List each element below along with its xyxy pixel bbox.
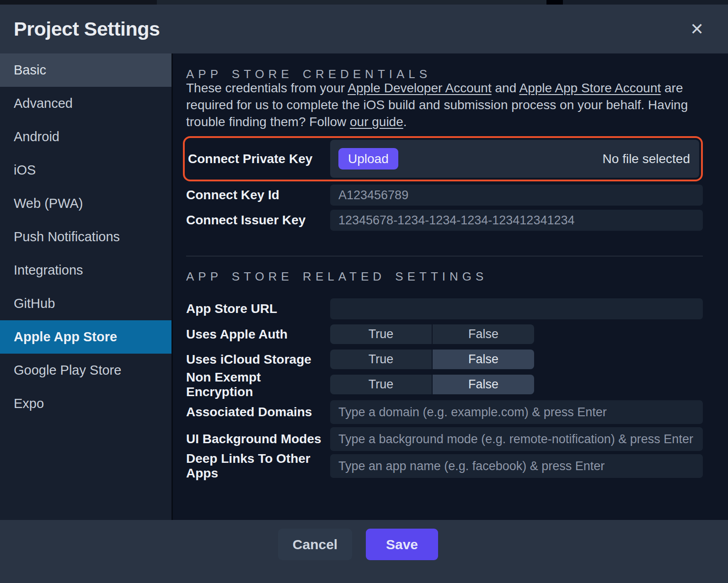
top-strip-segment — [563, 0, 728, 5]
description-text: These credentials from your — [186, 81, 348, 95]
page-title: Project Settings — [14, 18, 160, 40]
uses-apple-auth-row: Uses Apple Auth True False — [186, 324, 703, 344]
our-guide-link[interactable]: our guide — [350, 115, 403, 129]
uses-icloud-storage-false-button[interactable]: False — [433, 350, 534, 369]
non-exempt-encryption-toggle: True False — [330, 375, 534, 394]
non-exempt-encryption-label: Non Exempt Encryption — [186, 370, 330, 399]
non-exempt-encryption-true-button[interactable]: True — [330, 375, 432, 394]
credentials-description: These credentials from your Apple Develo… — [186, 80, 703, 130]
connect-issuer-key-input[interactable] — [330, 210, 703, 231]
cancel-button[interactable]: Cancel — [278, 529, 352, 560]
sidebar-item-android[interactable]: Android — [0, 120, 171, 154]
section-divider — [186, 256, 703, 256]
section-title-related-settings: APP STORE RELATED SETTINGS — [186, 270, 487, 284]
deep-links-row: Deep Links To Other Apps — [186, 454, 703, 478]
deep-links-input[interactable] — [330, 454, 703, 478]
apple-developer-account-link[interactable]: Apple Developer Account — [348, 81, 491, 95]
settings-panel: APP STORE CREDENTIALS These credentials … — [173, 53, 728, 520]
modal-header: Project Settings ✕ — [0, 5, 728, 53]
connect-private-key-row: Connect Private Key Upload No file selec… — [183, 136, 703, 181]
close-icon[interactable]: ✕ — [685, 17, 709, 41]
uses-icloud-storage-row: Uses iCloud Storage True False — [186, 350, 703, 369]
sidebar-item-ios[interactable]: iOS — [0, 154, 171, 187]
sidebar-item-push-notifications[interactable]: Push Notifications — [0, 220, 171, 254]
app-store-url-input[interactable] — [330, 298, 703, 319]
sidebar-item-basic[interactable]: Basic — [0, 53, 171, 87]
upload-button[interactable]: Upload — [338, 148, 398, 170]
save-button[interactable]: Save — [366, 529, 438, 560]
sidebar-item-integrations[interactable]: Integrations — [0, 254, 171, 287]
apple-app-store-account-link[interactable]: Apple App Store Account — [519, 81, 661, 95]
sidebar-item-advanced[interactable]: Advanced — [0, 87, 171, 120]
uses-apple-auth-toggle: True False — [330, 324, 534, 344]
uses-icloud-storage-toggle: True False — [330, 350, 534, 369]
file-status-text: No file selected — [603, 152, 690, 166]
associated-domains-row: Associated Domains — [186, 400, 703, 424]
top-strip-segment — [546, 0, 563, 5]
connect-private-key-label: Connect Private Key — [188, 152, 332, 166]
uses-icloud-storage-label: Uses iCloud Storage — [186, 352, 330, 367]
connect-private-key-field: Upload No file selected — [330, 140, 699, 178]
non-exempt-encryption-row: Non Exempt Encryption True False — [186, 375, 703, 394]
sidebar-item-github[interactable]: GitHub — [0, 287, 171, 320]
connect-issuer-key-label: Connect Issuer Key — [186, 213, 330, 228]
uses-apple-auth-true-button[interactable]: True — [330, 324, 432, 344]
top-strip — [0, 0, 728, 5]
ui-background-modes-label: UI Background Modes — [186, 432, 330, 446]
description-text: and — [492, 81, 519, 95]
connect-issuer-key-row: Connect Issuer Key — [186, 210, 703, 231]
deep-links-label: Deep Links To Other Apps — [186, 451, 330, 481]
associated-domains-label: Associated Domains — [186, 405, 330, 419]
settings-sidebar: Basic Advanced Android iOS Web (PWA) Pus… — [0, 53, 171, 520]
sidebar-item-web-pwa[interactable]: Web (PWA) — [0, 187, 171, 220]
uses-icloud-storage-true-button[interactable]: True — [330, 350, 432, 369]
ui-background-modes-input[interactable] — [330, 427, 703, 451]
top-strip-segment — [157, 0, 546, 5]
modal-footer: Cancel Save — [0, 520, 728, 583]
sidebar-item-google-play-store[interactable]: Google Play Store — [0, 354, 171, 387]
non-exempt-encryption-false-button[interactable]: False — [433, 375, 534, 394]
app-store-url-label: App Store URL — [186, 302, 330, 316]
sidebar-item-apple-app-store[interactable]: Apple App Store — [0, 320, 171, 354]
ui-background-modes-row: UI Background Modes — [186, 427, 703, 451]
modal-body: Basic Advanced Android iOS Web (PWA) Pus… — [0, 53, 728, 520]
associated-domains-input[interactable] — [330, 400, 703, 424]
uses-apple-auth-label: Uses Apple Auth — [186, 327, 330, 342]
connect-key-id-label: Connect Key Id — [186, 188, 330, 202]
uses-apple-auth-false-button[interactable]: False — [433, 324, 534, 344]
connect-key-id-row: Connect Key Id — [186, 185, 703, 206]
description-text: . — [403, 115, 407, 129]
connect-key-id-input[interactable] — [330, 185, 703, 206]
app-store-url-row: App Store URL — [186, 298, 703, 319]
sidebar-item-expo[interactable]: Expo — [0, 387, 171, 420]
